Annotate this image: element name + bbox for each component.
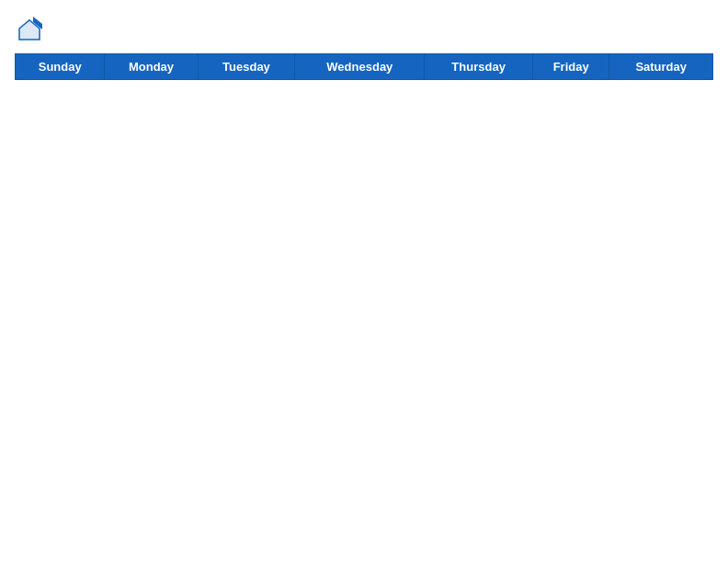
calendar-table: SundayMondayTuesdayWednesdayThursdayFrid…	[15, 53, 713, 80]
day-of-week-header: Saturday	[609, 54, 713, 80]
header-row: SundayMondayTuesdayWednesdayThursdayFrid…	[16, 54, 713, 80]
day-of-week-header: Thursday	[425, 54, 533, 80]
page-header	[15, 15, 713, 44]
day-of-week-header: Friday	[532, 54, 609, 80]
day-of-week-header: Tuesday	[198, 54, 295, 80]
logo	[15, 15, 48, 44]
day-of-week-header: Wednesday	[295, 54, 425, 80]
logo-icon	[15, 15, 44, 44]
day-of-week-header: Monday	[105, 54, 198, 80]
day-of-week-header: Sunday	[16, 54, 105, 80]
calendar-header: SundayMondayTuesdayWednesdayThursdayFrid…	[16, 54, 713, 80]
